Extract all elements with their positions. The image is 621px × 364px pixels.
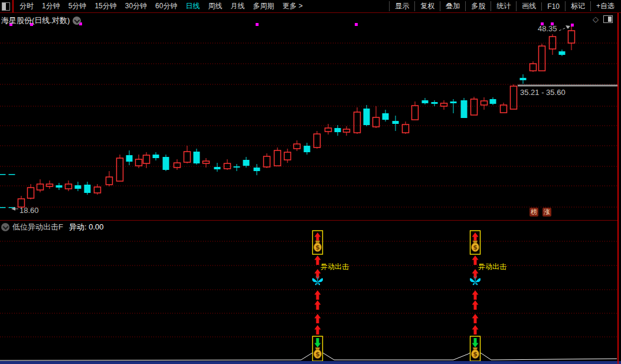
svg-text:$: $: [315, 244, 320, 251]
candle-up: [184, 146, 191, 163]
top-menubar: 分时1分钟5分钟15分钟30分钟60分钟日线周线月线多周期更多 > 显示复权叠加…: [0, 0, 621, 12]
up-arrow-icon: [472, 300, 479, 310]
signal-column: $$: [470, 231, 481, 361]
up-arrow-icon: [315, 314, 321, 323]
up-arrow-icon: [315, 269, 321, 278]
up-arrow-icon: [472, 255, 479, 265]
candle-up: [274, 147, 281, 166]
candle-up: [412, 101, 419, 120]
low-price-annotation: 18.60: [19, 206, 39, 215]
candle-up: [285, 149, 291, 163]
money-bag-icon: $: [472, 241, 479, 252]
period-tab[interactable]: 月线: [226, 1, 249, 11]
candle-up: [501, 103, 507, 113]
tool-menu-item[interactable]: 叠加: [440, 1, 465, 11]
candle-down: [520, 74, 527, 84]
tool-menu-item[interactable]: 统计: [491, 1, 516, 11]
candle-up: [294, 140, 300, 151]
candle-up: [539, 44, 545, 71]
svg-text:$: $: [473, 244, 478, 251]
signal-label: 异动出击: [321, 262, 349, 272]
candle-down: [243, 157, 250, 168]
candle-up: [264, 153, 270, 168]
period-tab[interactable]: 5分钟: [64, 1, 91, 11]
candle-down: [194, 149, 200, 165]
candle-down: [422, 98, 429, 104]
magenta-marker-dot: [256, 23, 259, 26]
chart-title-row: 海星股份(日线.对数): [1, 15, 81, 26]
period-tab[interactable]: 周线: [204, 1, 226, 11]
period-tab[interactable]: 日线: [181, 1, 204, 11]
period-tab[interactable]: 更多 >: [278, 1, 306, 11]
period-tab[interactable]: 15分钟: [90, 1, 120, 11]
candle-down: [153, 152, 159, 160]
candle-up: [403, 122, 409, 134]
app-window: 分时1分钟5分钟15分钟30分钟60分钟日线周线月线多周期更多 > 显示复权叠加…: [0, 0, 621, 364]
tool-menu-item[interactable]: F10: [541, 2, 565, 11]
range-price-annotation: 35.21 - 35.60: [520, 88, 566, 97]
period-tab[interactable]: 60分钟: [151, 1, 181, 11]
period-tab[interactable]: 30分钟: [121, 1, 151, 11]
candle-up: [471, 97, 478, 115]
right-border-line: [617, 13, 619, 364]
up-arrow-icon: [315, 325, 321, 335]
candle-up: [550, 34, 556, 55]
candle-up: [136, 155, 142, 168]
split-panel-icon[interactable]: [603, 15, 613, 23]
candle-up: [224, 159, 231, 170]
tool-menu-item[interactable]: 多股: [465, 1, 491, 11]
period-menu: 分时1分钟5分钟15分钟30分钟60分钟日线周线月线多周期更多 >: [15, 1, 307, 11]
chart-title: 海星股份(日线.对数): [1, 15, 70, 26]
diamond-icon[interactable]: ◇: [593, 15, 599, 23]
candle-down: [559, 50, 566, 56]
candle-up: [117, 155, 123, 181]
tool-menu-item[interactable]: 显示: [389, 1, 414, 11]
candle-down: [163, 155, 169, 171]
candle-up: [344, 126, 350, 136]
up-arrow-icon: [472, 290, 479, 300]
chart-corner-icons: ◇: [593, 15, 613, 23]
period-tab[interactable]: 分时: [15, 1, 38, 11]
candle-down: [490, 97, 496, 105]
candle-up: [47, 181, 53, 189]
svg-text:$: $: [473, 350, 478, 358]
up-arrow-icon: [472, 269, 479, 278]
candle-up: [28, 184, 34, 199]
window-layout-icon[interactable]: [2, 2, 10, 11]
candle-up: [511, 84, 517, 109]
bottom-status-bar: [0, 361, 621, 364]
signal-label: 异动出击: [478, 262, 506, 272]
candle-down: [234, 164, 240, 171]
up-arrow-icon: [472, 325, 479, 335]
magenta-marker-dot: [355, 23, 358, 26]
indicator-line: [0, 350, 617, 360]
tool-menu-item[interactable]: +自选: [590, 1, 620, 11]
panel-chevron-down-icon[interactable]: [1, 223, 9, 231]
candle-down: [126, 150, 133, 165]
candle-down: [383, 110, 389, 122]
tool-menu-item[interactable]: 复权: [414, 1, 440, 11]
tools-menu: 显示复权叠加多股统计画线F10标记+自选: [389, 0, 620, 12]
candle-down: [335, 125, 341, 136]
rank-badge[interactable]: 榜: [530, 208, 538, 217]
candle-down: [304, 143, 310, 155]
candle-down: [0, 207, 6, 208]
up-arrow-icon: [315, 232, 321, 242]
indicator-panel: $$$$ 低位异动出击F 异动: 0.00 异动出击 异动出击: [0, 221, 617, 361]
tool-menu-item[interactable]: 标记: [565, 1, 590, 11]
magenta-marker-dot: [571, 24, 574, 27]
rise-badge[interactable]: 涨: [542, 208, 551, 217]
period-tab[interactable]: 1分钟: [38, 1, 64, 11]
title-chevron-down-icon[interactable]: [73, 17, 81, 25]
indicator-name: 低位异动出击F: [12, 222, 63, 232]
candle-down: [75, 182, 81, 191]
candle-down: [461, 98, 468, 118]
up-arrow-icon: [472, 232, 479, 242]
candle-down: [56, 183, 63, 190]
candle-up: [354, 107, 361, 134]
period-tab[interactable]: 多周期: [249, 1, 278, 11]
tool-menu-item[interactable]: 画线: [516, 1, 541, 11]
indicator-header[interactable]: 低位异动出击F 异动: 0.00: [1, 222, 103, 232]
indicator-value: 异动: 0.00: [69, 222, 104, 232]
candlestick-chart-svg: [0, 13, 617, 220]
